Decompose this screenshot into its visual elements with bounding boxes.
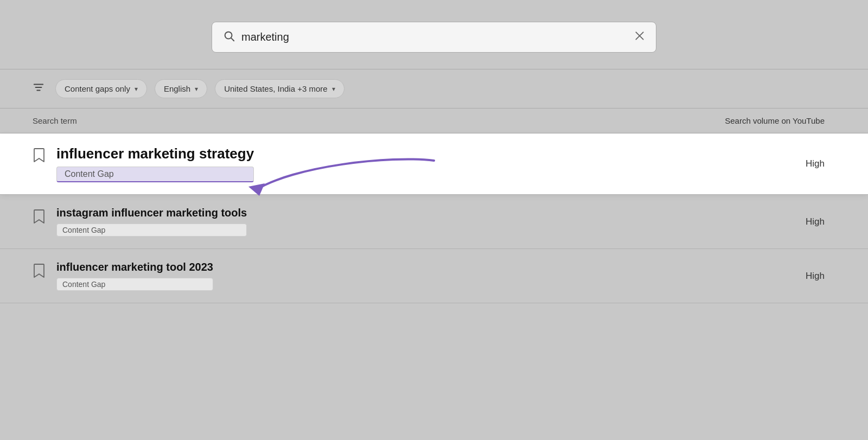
table-header: Search term Search volume on YouTube — [0, 109, 868, 133]
bookmark-icon[interactable] — [33, 263, 46, 282]
row-2-title: instagram influencer marketing tools — [56, 207, 247, 219]
country-filter[interactable]: United States, India +3 more ▾ — [215, 79, 344, 98]
search-icon — [223, 30, 235, 44]
search-box — [212, 22, 656, 53]
sort-icon — [33, 81, 44, 96]
row-3-left: influencer marketing tool 2023 Content G… — [33, 261, 213, 291]
search-input[interactable] — [241, 31, 628, 43]
svg-marker-7 — [248, 183, 265, 196]
row-2-left: instagram influencer marketing tools Con… — [33, 207, 247, 237]
content-gaps-label: Content gaps only — [65, 84, 130, 93]
svg-line-1 — [231, 38, 234, 41]
clear-search-button[interactable] — [634, 30, 645, 44]
row-3-volume: High — [806, 271, 835, 282]
language-filter[interactable]: English ▾ — [155, 79, 207, 98]
language-chevron: ▾ — [195, 85, 198, 93]
country-chevron: ▾ — [332, 85, 335, 93]
results-area: influencer marketing strategy Content Ga… — [0, 133, 868, 303]
table-row: influencer marketing tool 2023 Content G… — [0, 249, 868, 303]
table-row: influencer marketing strategy Content Ga… — [0, 133, 868, 195]
col-volume-header: Search volume on YouTube — [725, 116, 835, 125]
col-search-term-header: Search term — [33, 116, 77, 125]
row-3-title: influencer marketing tool 2023 — [56, 261, 213, 273]
table-row: instagram influencer marketing tools Con… — [0, 195, 868, 249]
filters-row: Content gaps only ▾ English ▾ United Sta… — [0, 69, 868, 108]
row-1-volume: High — [806, 158, 835, 169]
row-2-content: instagram influencer marketing tools Con… — [56, 207, 247, 237]
content-gaps-filter[interactable]: Content gaps only ▾ — [55, 79, 147, 98]
row-1-badge: Content Gap — [56, 167, 254, 182]
bookmark-icon[interactable] — [33, 148, 46, 166]
search-section — [0, 0, 868, 69]
row-2-badge: Content Gap — [56, 224, 247, 237]
language-label: English — [164, 84, 190, 93]
row-3-badge: Content Gap — [56, 278, 213, 291]
country-label: United States, India +3 more — [224, 84, 328, 93]
row-3-content: influencer marketing tool 2023 Content G… — [56, 261, 213, 291]
content-gaps-chevron: ▾ — [135, 85, 138, 93]
row-1-left: influencer marketing strategy Content Ga… — [33, 145, 254, 182]
row-1-title: influencer marketing strategy — [56, 145, 254, 162]
bookmark-icon[interactable] — [33, 209, 46, 227]
row-2-volume: High — [806, 216, 835, 227]
row-1-content: influencer marketing strategy Content Ga… — [56, 145, 254, 182]
